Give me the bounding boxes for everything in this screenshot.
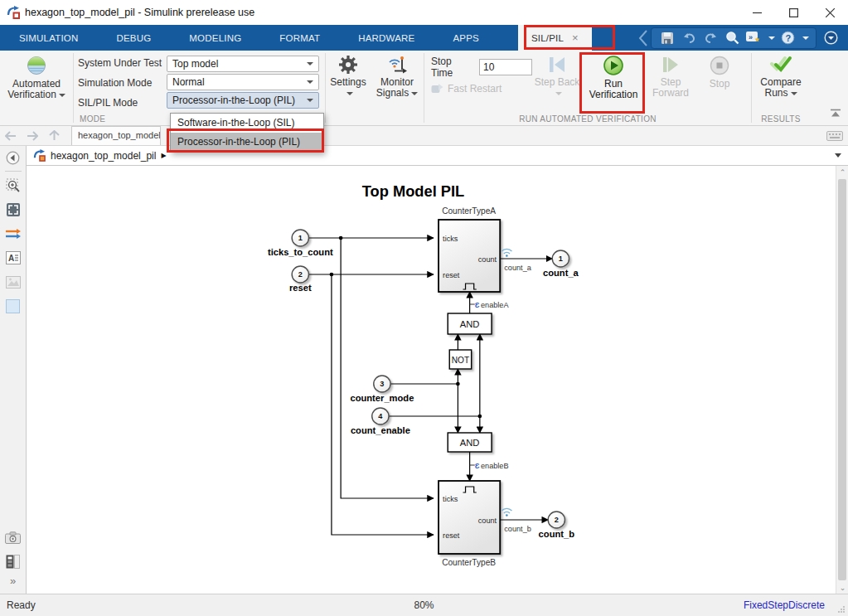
scroll-up-icon[interactable]: ⌃ [836, 166, 848, 178]
breadcrumb-model-name[interactable]: hexagon_top_model_pil [51, 150, 156, 162]
navigate-up-button[interactable] [43, 126, 65, 145]
help-button[interactable]: ? [778, 30, 797, 46]
fit-to-view-button[interactable] [3, 200, 23, 220]
compare-runs-icon [769, 55, 792, 75]
search-button[interactable] [723, 30, 741, 46]
scroll-down-icon[interactable]: ⌄ [836, 581, 848, 594]
property-inspector-icon [6, 555, 20, 569]
svg-text:reset: reset [443, 531, 460, 540]
toolstrip-options-button[interactable] [821, 30, 840, 46]
favorites-caret-icon[interactable] [768, 36, 775, 40]
dropdown-option-sil[interactable]: Software-in-the-Loop (SIL) [171, 114, 323, 133]
caret-down-icon [791, 92, 797, 95]
help-caret-icon[interactable] [802, 36, 809, 40]
inport-ticks-to-count[interactable]: 1 ticks_to_count [268, 230, 333, 257]
collapse-toolstrip-button[interactable] [830, 109, 841, 120]
model-canvas[interactable]: Top Model PIL [27, 166, 848, 594]
status-solver-link[interactable]: FixedStepDiscrete [744, 599, 848, 611]
automated-verification-button[interactable]: Automated Verification [0, 51, 73, 125]
navigate-forward-button[interactable] [22, 126, 43, 145]
tab-hardware[interactable]: HARDWARE [339, 25, 434, 51]
image-button[interactable] [3, 272, 23, 292]
vertical-scrollbar[interactable]: ⌃ ⌄ [836, 166, 848, 594]
undo-icon [682, 32, 696, 44]
inport-count-enable[interactable]: 4 count_enable [351, 408, 410, 435]
area-button[interactable] [3, 296, 23, 316]
system-under-test-combo[interactable]: Top model [167, 56, 319, 72]
expand-palette-button[interactable]: » [10, 575, 16, 587]
simulation-mode-combo[interactable]: Normal [167, 74, 319, 90]
tab-debug[interactable]: DEBUG [97, 25, 170, 51]
svg-text:3: 3 [380, 381, 384, 389]
fast-restart-button[interactable]: Fast Restart [431, 83, 532, 95]
svg-text:ƐenableB: ƐenableB [475, 462, 509, 470]
streaming-badge-icon [502, 249, 511, 257]
settings-button[interactable]: Settings [326, 51, 371, 125]
explore-back-icon [6, 151, 20, 165]
block-counter-type-a[interactable]: CounterTypeA ticks reset count [439, 206, 500, 292]
svg-text:1: 1 [559, 255, 563, 264]
signal-label-count-b: count_b [502, 508, 531, 533]
breadcrumb-caret-icon[interactable]: ▶ [161, 152, 166, 159]
block-and-lower[interactable]: AND [448, 433, 492, 452]
redo-button[interactable] [701, 30, 720, 46]
step-forward-icon [660, 55, 681, 75]
block-counter-type-b[interactable]: CounterTypeB ticks reset count [439, 481, 500, 567]
svg-text:A: A [8, 254, 14, 263]
save-button[interactable] [658, 30, 676, 46]
svg-text:counter_mode: counter_mode [350, 393, 414, 403]
document-tab[interactable]: hexagon_top_model_p [71, 126, 161, 145]
svg-text:AND: AND [460, 319, 480, 329]
annotation-button[interactable]: A [3, 248, 23, 268]
close-button[interactable] [812, 0, 848, 25]
svg-text:CounterTypeA: CounterTypeA [442, 206, 496, 216]
streaming-badge-icon [502, 508, 511, 517]
scrollbar-thumb[interactable] [838, 179, 846, 580]
sil-pil-mode-combo[interactable]: Processor-in-the-Loop (PIL) [167, 92, 319, 109]
tab-format[interactable]: FORMAT [260, 25, 339, 51]
inport-reset[interactable]: 2 reset [289, 266, 312, 293]
zoom-tool-button[interactable] [3, 176, 23, 196]
maximize-button[interactable] [775, 0, 812, 25]
svg-text:4: 4 [378, 413, 382, 421]
block-not[interactable]: NOT [449, 350, 471, 369]
status-zoom-level: 80% [414, 599, 434, 611]
caret-down-icon [411, 92, 418, 95]
navigate-back-button[interactable] [0, 126, 22, 145]
stop-time-input[interactable] [479, 59, 532, 75]
outport-count-a[interactable]: 1 count_a [543, 250, 579, 278]
inport-counter-mode[interactable]: 3 counter_mode [350, 376, 414, 403]
svg-text:ticks: ticks [443, 495, 458, 503]
dropdown-option-pil[interactable]: Processor-in-the-Loop (PIL) [171, 133, 323, 152]
property-inspector-button[interactable] [3, 551, 23, 571]
minimize-button[interactable] [739, 0, 775, 25]
tab-apps[interactable]: APPS [434, 25, 497, 51]
svg-text:2: 2 [555, 517, 559, 525]
screenshot-button[interactable] [3, 527, 23, 547]
svg-text:?: ? [785, 33, 791, 43]
tab-sil-pil[interactable]: SIL/PIL × [518, 25, 592, 51]
fast-restart-icon [431, 84, 443, 95]
signal-lines-button[interactable] [3, 224, 23, 244]
outport-count-b[interactable]: 2 count_b [539, 512, 575, 539]
svg-text:1: 1 [298, 235, 303, 243]
explore-back-button[interactable] [3, 148, 23, 167]
keyboard-icon[interactable] [826, 131, 843, 141]
main-area: A [0, 146, 848, 594]
tab-simulation[interactable]: SIMULATION [0, 25, 97, 51]
up-arrow-icon [49, 130, 60, 141]
resize-grip-icon[interactable] [837, 605, 846, 614]
circle-caret-icon [824, 31, 838, 45]
simulation-mode-label: Simulation Mode [78, 74, 167, 94]
zoom-icon [6, 178, 21, 193]
block-and-upper[interactable]: AND [448, 313, 492, 334]
undo-button[interactable] [680, 30, 698, 46]
tab-modeling[interactable]: MODELING [170, 25, 260, 51]
monitor-signals-button[interactable]: Monitor Signals [371, 51, 424, 125]
breadcrumb-dropdown-button[interactable] [835, 153, 841, 158]
search-icon [725, 31, 739, 45]
tab-close-icon[interactable]: × [572, 32, 579, 44]
signal-wires[interactable] [308, 238, 552, 535]
favorites-button[interactable]: » [744, 30, 763, 46]
qat-handle-icon[interactable] [637, 29, 649, 47]
